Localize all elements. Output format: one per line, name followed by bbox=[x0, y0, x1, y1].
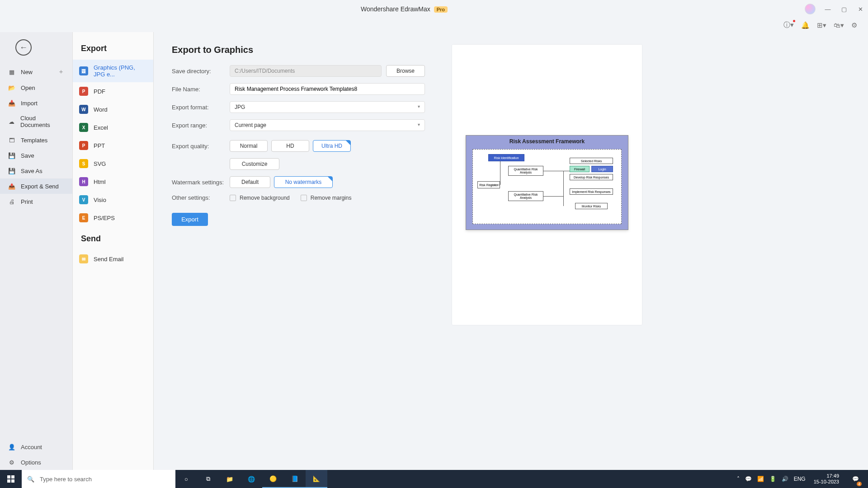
format-label: Word bbox=[94, 106, 108, 113]
sidebar-item-label: New bbox=[21, 69, 33, 75]
tray-volume-icon[interactable]: 🔊 bbox=[782, 476, 788, 482]
edge-icon[interactable]: 🌐 bbox=[241, 470, 262, 488]
notification-icon[interactable]: 💬 bbox=[847, 470, 863, 488]
tray-meet-icon[interactable]: 💬 bbox=[745, 476, 752, 482]
import-icon: 📥 bbox=[8, 99, 15, 107]
format-label: Graphics (PNG, JPG e... bbox=[94, 64, 147, 78]
heading-export: Export bbox=[73, 37, 153, 60]
cart-icon[interactable]: 🛍▾ bbox=[834, 21, 844, 29]
remove-background-checkbox[interactable]: Remove background bbox=[230, 195, 290, 201]
format-svg[interactable]: S SVG bbox=[73, 155, 153, 173]
preview-box: Develop Risk Responses bbox=[570, 174, 613, 180]
sidebar-item-save[interactable]: 💾 Save bbox=[0, 148, 72, 163]
close-button[interactable]: ✕ bbox=[856, 6, 864, 13]
sidebar-item-label: Print bbox=[21, 198, 33, 205]
label-save-dir: Save directory: bbox=[172, 68, 230, 75]
avatar[interactable] bbox=[805, 4, 816, 14]
customize-button[interactable]: Customize bbox=[230, 158, 279, 170]
tray-lang[interactable]: ENG bbox=[794, 476, 806, 482]
preview-box: Selected Risks bbox=[570, 158, 613, 164]
watermark-none-button[interactable]: No watermarks bbox=[274, 176, 333, 188]
tray-battery-icon[interactable]: 🔋 bbox=[769, 476, 776, 482]
back-button[interactable]: ← bbox=[15, 39, 32, 56]
export-format-select[interactable]: JPG bbox=[230, 101, 425, 113]
folder-icon: 📂 bbox=[8, 84, 15, 91]
quality-normal-button[interactable]: Normal bbox=[230, 140, 268, 152]
search-icon: 🔍 bbox=[27, 476, 34, 483]
label-watermark: Watermark settings: bbox=[172, 179, 230, 186]
graphics-icon: 🖼 bbox=[79, 66, 88, 75]
preview-box: Implement Risk Responses bbox=[570, 188, 613, 195]
send-email[interactable]: ✉ Send Email bbox=[73, 250, 153, 268]
maximize-button[interactable]: ▢ bbox=[840, 6, 848, 13]
format-label: Visio bbox=[94, 197, 106, 203]
apps-icon[interactable]: ⊞▾ bbox=[817, 21, 826, 29]
bell-icon[interactable]: 🔔 bbox=[801, 21, 810, 29]
format-excel[interactable]: X Excel bbox=[73, 118, 153, 136]
start-button[interactable] bbox=[0, 470, 22, 488]
word-icon[interactable]: 📘 bbox=[284, 470, 306, 488]
preview-pane: Risk Assessment Framework Risk Identific… bbox=[452, 45, 642, 325]
sidebar-item-account[interactable]: 👤 Account bbox=[0, 439, 72, 455]
sidebar-item-options[interactable]: ⚙ Options bbox=[0, 455, 72, 470]
sidebar-item-import[interactable]: 📥 Import bbox=[0, 95, 72, 111]
tray-clock[interactable]: 17:49 15-10-2023 bbox=[811, 473, 842, 485]
preview-title: Risk Assessment Framework bbox=[466, 136, 628, 147]
quality-uhd-button[interactable]: Ultra HD bbox=[313, 140, 351, 152]
sidebar-item-saveas[interactable]: 💾 Save As bbox=[0, 163, 72, 178]
browse-button[interactable]: Browse bbox=[386, 65, 425, 77]
format-label: Excel bbox=[94, 124, 108, 131]
sidebar-item-export[interactable]: 📤 Export & Send bbox=[0, 178, 72, 194]
taskbar-search[interactable]: 🔍 Type here to search bbox=[22, 470, 175, 488]
tray-wifi-icon[interactable]: 📶 bbox=[757, 476, 764, 482]
quality-hd-button[interactable]: HD bbox=[271, 140, 309, 152]
pro-badge: Pro bbox=[434, 6, 448, 13]
task-view-icon[interactable]: ⧉ bbox=[197, 470, 219, 488]
format-graphics[interactable]: 🖼 Graphics (PNG, JPG e... bbox=[73, 60, 153, 82]
sidebar-item-label: Save bbox=[21, 152, 34, 159]
plus-icon[interactable]: ＋ bbox=[58, 68, 64, 76]
gear-icon[interactable]: ⚙ bbox=[851, 21, 857, 29]
export-button[interactable]: Export bbox=[172, 213, 208, 226]
label-quality: Export quality: bbox=[172, 143, 230, 150]
format-word[interactable]: W Word bbox=[73, 100, 153, 118]
format-label: PDF bbox=[94, 88, 105, 95]
mail-icon: ✉ bbox=[79, 254, 88, 263]
label-file-name: File Name: bbox=[172, 86, 230, 93]
format-ppt[interactable]: P PPT bbox=[73, 136, 153, 155]
file-name-field[interactable] bbox=[230, 83, 425, 95]
pseps-icon: E bbox=[79, 213, 88, 222]
sidebar-item-new[interactable]: ▦ New ＋ bbox=[0, 64, 72, 80]
preview-box: Risk Identification bbox=[488, 154, 524, 161]
html-icon: H bbox=[79, 177, 88, 186]
edrawmax-icon[interactable]: 📐 bbox=[306, 470, 327, 488]
checkbox-label: Remove background bbox=[240, 195, 290, 201]
sidebar-item-print[interactable]: 🖨 Print bbox=[0, 194, 72, 209]
sidebar-item-open[interactable]: 📂 Open bbox=[0, 80, 72, 95]
help-icon[interactable]: ⓘ▾ bbox=[783, 21, 794, 29]
tray-chevron-icon[interactable]: ˄ bbox=[737, 476, 740, 482]
watermark-default-button[interactable]: Default bbox=[230, 176, 270, 188]
cortana-icon[interactable]: ○ bbox=[175, 470, 197, 488]
plus-square-icon: ▦ bbox=[8, 68, 15, 75]
sidebar-item-label: Account bbox=[21, 444, 42, 450]
checkbox-icon bbox=[301, 195, 307, 201]
export-range-select[interactable]: Current page bbox=[230, 119, 425, 131]
sidebar-item-templates[interactable]: 🗔 Templates bbox=[0, 132, 72, 148]
file-explorer-icon[interactable]: 📁 bbox=[219, 470, 241, 488]
minimize-button[interactable]: — bbox=[824, 6, 832, 13]
format-pdf[interactable]: P PDF bbox=[73, 82, 153, 100]
remove-margins-checkbox[interactable]: Remove margins bbox=[301, 195, 352, 201]
svg-rect-2 bbox=[7, 479, 10, 483]
format-html[interactable]: H Html bbox=[73, 173, 153, 191]
checkbox-icon bbox=[230, 195, 236, 201]
chrome-icon[interactable]: 🟡 bbox=[262, 470, 284, 488]
send-label: Send Email bbox=[94, 256, 123, 263]
format-label: PS/EPS bbox=[94, 215, 115, 221]
sidebar-item-cloud[interactable]: ☁ Cloud Documents bbox=[0, 111, 72, 132]
cloud-icon: ☁ bbox=[8, 118, 15, 125]
format-pseps[interactable]: E PS/EPS bbox=[73, 209, 153, 227]
preview-box: Quantitative Risk Analysis bbox=[508, 166, 543, 176]
print-icon: 🖨 bbox=[8, 198, 15, 205]
format-visio[interactable]: V Visio bbox=[73, 191, 153, 209]
